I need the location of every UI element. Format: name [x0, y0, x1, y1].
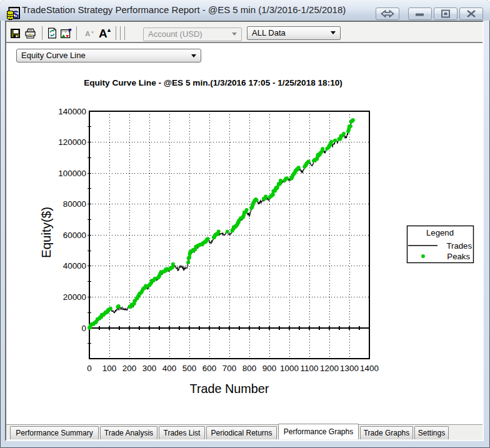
svg-text:600: 600: [202, 364, 216, 373]
svg-text:40000: 40000: [63, 261, 86, 271]
svg-text:0: 0: [87, 364, 91, 373]
svg-text:1200: 1200: [320, 364, 339, 373]
svg-text:900: 900: [262, 364, 276, 373]
svg-text:800: 800: [242, 364, 256, 373]
svg-text:Equity($): Equity($): [39, 207, 53, 258]
svg-text:Trade Number: Trade Number: [190, 382, 269, 396]
svg-text:1300: 1300: [340, 364, 359, 373]
svg-text:Peaks: Peaks: [447, 252, 470, 261]
svg-text:Legend: Legend: [426, 228, 454, 237]
svg-text:60000: 60000: [63, 231, 86, 240]
svg-text:$: $: [13, 9, 19, 20]
svg-text:Equity Curve Line - @ES 5 min.: Equity Curve Line - @ES 5 min.(1/3/2016 …: [84, 78, 342, 87]
svg-text:700: 700: [222, 364, 236, 373]
svg-text:1400: 1400: [360, 364, 379, 373]
svg-text:0: 0: [82, 324, 86, 333]
svg-text:1000: 1000: [280, 364, 299, 373]
svg-text:140000: 140000: [58, 107, 86, 116]
svg-text:400: 400: [162, 364, 176, 373]
svg-text:300: 300: [142, 364, 156, 373]
svg-text:100: 100: [102, 364, 116, 373]
svg-text:20000: 20000: [63, 292, 86, 302]
svg-text:1100: 1100: [301, 364, 319, 373]
svg-text:200: 200: [122, 364, 136, 373]
svg-text:120000: 120000: [58, 137, 86, 147]
svg-text:Trades: Trades: [446, 241, 472, 251]
svg-text:80000: 80000: [63, 199, 86, 209]
svg-text:500: 500: [182, 364, 196, 373]
svg-text:100000: 100000: [58, 169, 86, 178]
